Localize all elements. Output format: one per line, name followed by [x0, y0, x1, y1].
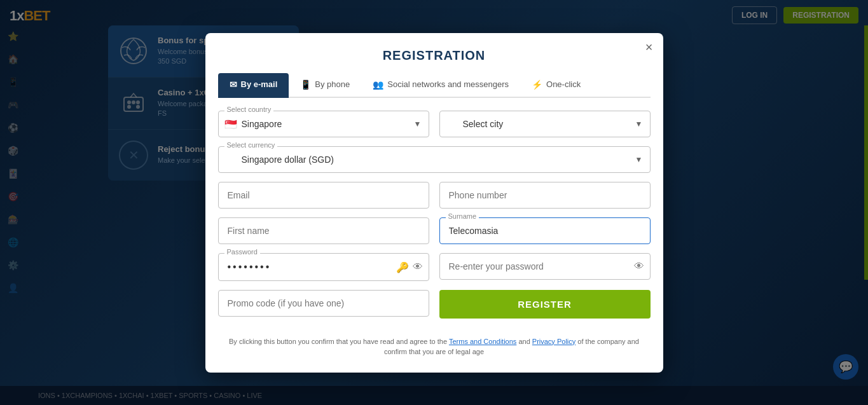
- register-button-group: REGISTER: [439, 290, 651, 319]
- registration-form: Select country 🇸🇬 Singapore ▼ Select cit…: [205, 98, 663, 319]
- tab-oneclick[interactable]: ⚡ One-click: [520, 73, 592, 98]
- surname-label: Surname: [446, 212, 479, 220]
- email-tab-icon: ✉: [230, 79, 237, 90]
- reenter-input-wrapper: 👁: [439, 253, 651, 280]
- country-group: Select country 🇸🇬 Singapore ▼: [218, 111, 429, 137]
- currency-label: Select currency: [224, 141, 278, 149]
- register-button[interactable]: REGISTER: [439, 290, 651, 319]
- currency-row: Select currency Singapore dollar (SGD) ▼: [218, 146, 651, 173]
- phone-group: [439, 182, 651, 209]
- email-input[interactable]: [218, 182, 429, 209]
- currency-group: Select currency Singapore dollar (SGD) ▼: [218, 146, 651, 173]
- terms-link[interactable]: Terms and Conditions: [449, 338, 516, 345]
- registration-tabs: ✉ By e-mail 📱 By phone 👥 Social networks…: [218, 73, 651, 98]
- promo-group: [218, 290, 429, 319]
- email-phone-row: [218, 182, 651, 209]
- firstname-input[interactable]: [218, 217, 429, 244]
- email-group: [218, 182, 429, 209]
- promo-register-row: REGISTER: [218, 290, 651, 319]
- password-strength-icon: 🔑: [396, 261, 409, 273]
- tab-phone[interactable]: 📱 By phone: [289, 73, 361, 98]
- registration-modal: REGISTRATION × ✉ By e-mail 📱 By phone 👥 …: [205, 33, 663, 373]
- reenter-password-input[interactable]: [439, 253, 651, 280]
- surname-group: Surname: [439, 217, 651, 244]
- password-input-wrapper: 🔑 👁: [218, 253, 429, 281]
- tab-social[interactable]: 👥 Social networks and messengers: [361, 73, 520, 98]
- modal-header: REGISTRATION ×: [205, 33, 663, 73]
- firstname-group: [218, 217, 429, 244]
- password-row: Password 🔑 👁 👁: [218, 253, 651, 281]
- tab-oneclick-label: One-click: [546, 79, 581, 89]
- modal-close-button[interactable]: ×: [645, 41, 653, 53]
- surname-input[interactable]: [439, 217, 651, 244]
- phone-tab-icon: 📱: [300, 79, 311, 90]
- city-select[interactable]: Select city: [439, 111, 651, 137]
- password-group: Password 🔑 👁: [218, 253, 429, 281]
- currency-select[interactable]: Singapore dollar (SGD): [218, 146, 651, 173]
- tab-email[interactable]: ✉ By e-mail: [218, 73, 289, 98]
- country-select-wrapper: 🇸🇬 Singapore ▼: [218, 111, 429, 137]
- oneclick-tab-icon: ⚡: [532, 79, 542, 90]
- country-select[interactable]: Singapore: [218, 111, 429, 137]
- city-group: Select city ▼: [439, 111, 651, 137]
- city-select-wrapper: Select city ▼: [439, 111, 651, 137]
- social-tab-icon: 👥: [373, 79, 383, 90]
- reenter-password-group: 👁: [439, 253, 651, 281]
- phone-input[interactable]: [439, 182, 651, 209]
- password-toggle-icon[interactable]: 👁: [413, 261, 423, 273]
- modal-overlay: REGISTRATION × ✉ By e-mail 📱 By phone 👥 …: [0, 0, 868, 405]
- modal-title: REGISTRATION: [218, 48, 651, 63]
- name-row: Surname: [218, 217, 651, 244]
- reenter-toggle-icon[interactable]: 👁: [634, 261, 644, 272]
- modal-footer: By clicking this button you confirm that…: [205, 327, 663, 357]
- footer-text-1: By clicking this button you confirm that…: [229, 338, 447, 345]
- country-label: Select country: [224, 106, 274, 113]
- country-city-row: Select country 🇸🇬 Singapore ▼ Select cit…: [218, 111, 651, 137]
- footer-and: and: [518, 338, 530, 345]
- promo-input[interactable]: [218, 290, 429, 317]
- tab-social-label: Social networks and messengers: [387, 79, 509, 89]
- password-label: Password: [224, 248, 260, 256]
- currency-select-wrapper: Singapore dollar (SGD) ▼: [218, 146, 651, 173]
- tab-email-label: By e-mail: [241, 79, 278, 89]
- privacy-link[interactable]: Privacy Policy: [532, 338, 575, 345]
- tab-phone-label: By phone: [315, 79, 350, 89]
